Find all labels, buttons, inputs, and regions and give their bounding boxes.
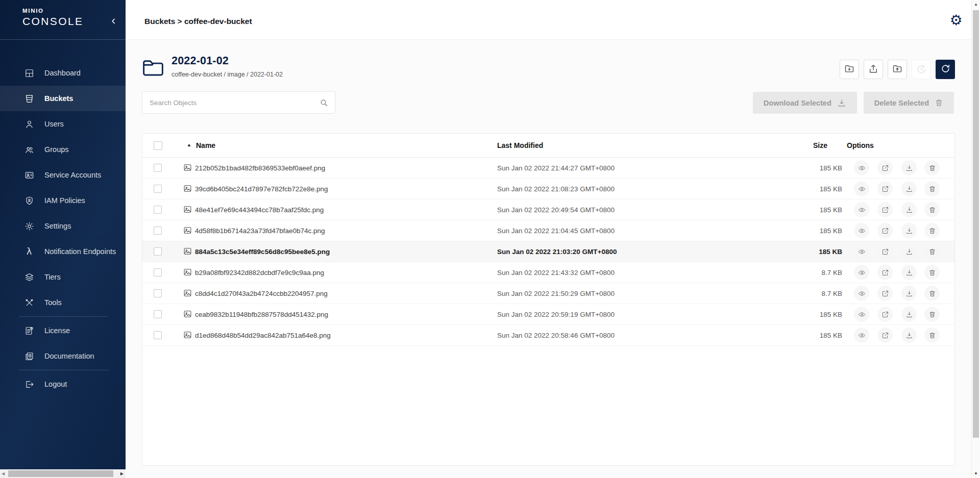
table-row[interactable]: 4d58f8b1b6714a23a73fd47bfae0b74c.pngSun … [142,220,954,241]
preview-object-button[interactable] [854,181,869,196]
preview-object-button[interactable] [854,223,869,238]
download-object-button[interactable] [901,286,917,301]
trash-icon [928,332,936,339]
download-icon [905,311,913,318]
table-row[interactable]: 212b052b1bad482fb8369533ebf0aeef.pngSun … [142,158,954,179]
horizontal-scrollbar-thumb[interactable] [8,470,113,477]
scroll-up-arrow-icon[interactable]: ▲ [972,2,980,7]
sidebar-item-settings[interactable]: Settings [0,213,126,239]
vertical-scrollbar-thumb[interactable] [973,10,979,438]
table-row[interactable]: 884a5c13c5e34eff89c56d8c95bee8e5.pngSun … [142,241,954,262]
share-object-button[interactable] [877,223,893,238]
sidebar-collapse-button[interactable] [108,15,119,27]
delete-object-button[interactable] [924,307,940,322]
refresh-button[interactable] [936,60,955,79]
share-object-button[interactable] [877,181,893,196]
preview-object-button[interactable] [854,328,869,343]
share-object-button[interactable] [877,328,893,343]
sidebar-item-iam-policies[interactable]: IAM Policies [0,188,126,213]
share-object-button[interactable] [877,202,893,217]
sidebar-item-tools[interactable]: Tools [0,290,126,315]
settings-gear-icon[interactable]: ⚙ [947,11,965,30]
table-row[interactable]: c8dd4c1d270f43a2b4724ccbb2204957.pngSun … [142,283,954,304]
preview-object-button[interactable] [854,286,869,301]
table-row[interactable]: ceab9832b11948bfb2887578dd451432.pngSun … [142,304,954,325]
new-path-button[interactable] [840,60,859,79]
row-checkbox[interactable] [154,331,162,339]
delete-selected-button[interactable]: Delete Selected [864,92,954,114]
scroll-right-arrow-icon[interactable]: ▶ [120,471,124,476]
download-object-button[interactable] [901,244,917,259]
object-name[interactable]: ceab9832b11948bfb2887578dd451432.png [195,311,328,318]
sidebar-item-groups[interactable]: Groups [0,137,126,162]
object-name[interactable]: 48e41ef7e69c443494cc78b7aaf25fdc.png [195,206,324,214]
sidebar-item-documentation[interactable]: Documentation [0,343,126,369]
sidebar-item-dashboard[interactable]: Dashboard [0,60,126,86]
sidebar-item-logout[interactable]: Logout [0,371,126,397]
download-object-button[interactable] [901,160,917,175]
sidebar-item-buckets[interactable]: Buckets [0,86,126,111]
object-name[interactable]: 39cd6b405bc241d7897e782fcb722e8e.png [195,185,328,193]
select-all-checkbox[interactable] [154,141,162,150]
row-checkbox[interactable] [154,227,162,235]
object-name[interactable]: 212b052b1bad482fb8369533ebf0aeef.png [195,164,325,172]
download-object-button[interactable] [901,223,917,238]
preview-object-button[interactable] [854,244,869,259]
scroll-left-arrow-icon[interactable]: ◀ [2,471,5,476]
object-name[interactable]: 4d58f8b1b6714a23a73fd47bfae0b74c.png [195,227,325,235]
table-row[interactable]: 48e41ef7e69c443494cc78b7aaf25fdc.pngSun … [142,199,954,220]
object-name[interactable]: d1ed868d48b54dd29ac842ab751a64e8.png [195,332,331,339]
table-row[interactable]: d1ed868d48b54dd29ac842ab751a64e8.pngSun … [142,325,954,346]
row-checkbox[interactable] [154,247,162,256]
sort-asc-icon[interactable]: ▲ [187,142,191,147]
object-name[interactable]: 884a5c13c5e34eff89c56d8c95bee8e5.png [195,248,330,256]
delete-object-button[interactable] [924,202,940,217]
page-title: 2022-01-02 [172,55,283,67]
share-object-button[interactable] [877,244,893,259]
row-checkbox[interactable] [154,268,162,276]
vertical-scrollbar[interactable]: ▲ ▼ [971,0,980,478]
download-object-button[interactable] [901,328,917,343]
column-header-name[interactable]: Name [196,141,215,149]
delete-object-button[interactable] [924,328,940,343]
upload-file-button[interactable] [864,60,883,79]
sidebar-item-label: Logout [44,380,67,388]
sidebar-item-users[interactable]: Users [0,111,126,137]
share-object-button[interactable] [877,307,893,322]
sidebar-item-tiers[interactable]: Tiers [0,264,126,290]
delete-object-button[interactable] [924,265,940,280]
object-name[interactable]: c8dd4c1d270f43a2b4724ccbb2204957.png [195,290,328,297]
download-object-button[interactable] [901,307,917,322]
scroll-down-arrow-icon[interactable]: ▼ [972,471,980,476]
sidebar-item-license[interactable]: License [0,318,126,343]
delete-object-button[interactable] [924,181,940,196]
delete-object-button[interactable] [924,160,940,175]
share-object-button[interactable] [877,160,893,175]
download-object-button[interactable] [901,265,917,280]
row-checkbox[interactable] [154,185,162,193]
delete-object-button[interactable] [924,223,940,238]
row-checkbox[interactable] [154,289,162,297]
row-checkbox[interactable] [154,206,162,214]
download-object-button[interactable] [901,181,917,196]
horizontal-scrollbar[interactable]: ◀ ▶ [0,469,126,478]
table-row[interactable]: b29a08fbf92342d882dcbdf7e9c9c9aa.pngSun … [142,262,954,283]
row-checkbox[interactable] [154,310,162,318]
search-input[interactable] [142,99,320,107]
preview-object-button[interactable] [854,202,869,217]
preview-object-button[interactable] [854,307,869,322]
sidebar-item-service-accounts[interactable]: Service Accounts [0,162,126,188]
sidebar-item-notification-endpoints[interactable]: λNotification Endpoints [0,239,126,264]
share-object-button[interactable] [877,286,893,301]
preview-object-button[interactable] [854,265,869,280]
object-name[interactable]: b29a08fbf92342d882dcbdf7e9c9c9aa.png [195,269,324,276]
share-object-button[interactable] [877,265,893,280]
upload-folder-button[interactable] [888,60,907,79]
row-checkbox[interactable] [154,164,162,172]
download-selected-button[interactable]: Download Selected [753,92,857,114]
delete-object-button[interactable] [924,244,940,259]
download-object-button[interactable] [901,202,917,217]
delete-object-button[interactable] [924,286,940,301]
table-row[interactable]: 39cd6b405bc241d7897e782fcb722e8e.pngSun … [142,179,954,199]
preview-object-button[interactable] [854,160,869,175]
